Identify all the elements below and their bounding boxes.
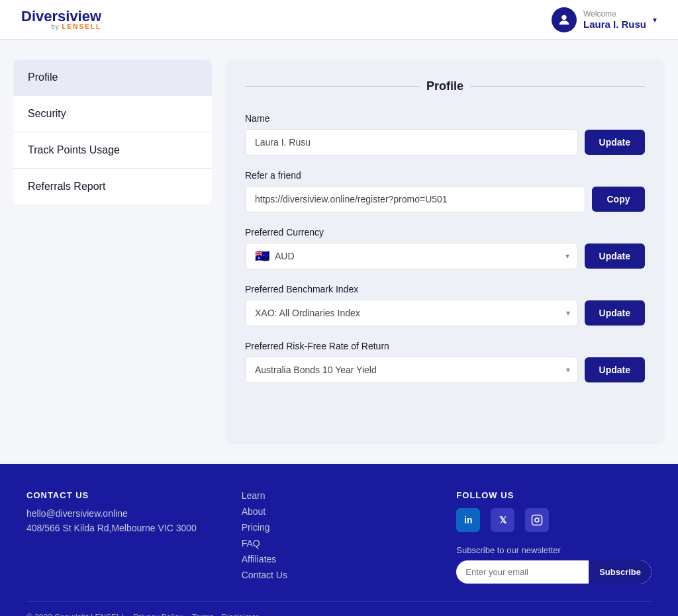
benchmark-select-wrapper: XAO: All Ordinaries Index ASX 200 S&P 50… [245, 300, 578, 326]
currency-select[interactable]: AUD USD EUR GBP [275, 243, 568, 269]
linkedin-icon[interactable]: in [456, 508, 480, 532]
terms-link[interactable]: Terms [192, 613, 214, 616]
user-menu[interactable]: Welcome Laura I. Rusu ▾ [552, 7, 657, 32]
profile-panel: Profile Name Update Refer a friend Copy … [225, 60, 665, 444]
privacy-link[interactable]: Privacy Policy [133, 613, 183, 616]
sidebar-item-referrals[interactable]: Referrals Report [13, 169, 212, 204]
logo: Diversiview by LENSELL [21, 9, 101, 30]
sidebar-item-profile[interactable]: Profile [13, 60, 212, 96]
svg-point-0 [561, 15, 566, 19]
logo-brand: LENSELL [62, 23, 102, 30]
svg-point-3 [540, 517, 541, 518]
instagram-icon[interactable] [525, 508, 549, 532]
footer-follow: FOLLOW US in 𝕏 Subscribe to our newslett… [456, 490, 652, 586]
benchmark-row: XAO: All Ordinaries Index ASX 200 S&P 50… [245, 300, 645, 326]
footer: CONTACT US hello@diversiview.online 408/… [0, 464, 678, 616]
user-info: Welcome Laura I. Rusu [583, 9, 646, 30]
footer-grid: CONTACT US hello@diversiview.online 408/… [26, 490, 652, 586]
contact-email: hello@diversiview.online [26, 508, 222, 519]
newsletter-input[interactable] [456, 560, 589, 584]
main-layout: Profile Security Track Points Usage Refe… [0, 40, 678, 464]
footer-link-about[interactable]: About [242, 506, 437, 517]
footer-link-pricing[interactable]: Pricing [242, 522, 437, 533]
logo-main: Diversiview [21, 9, 101, 24]
refer-row: Copy [245, 186, 645, 212]
footer-contact: CONTACT US hello@diversiview.online 408/… [26, 490, 222, 586]
newsletter-form: Subscribe [456, 560, 652, 584]
copyright-text: © 2023 Copyright LENSELL . [26, 613, 130, 616]
sidebar: Profile Security Track Points Usage Refe… [13, 60, 212, 204]
benchmark-update-button[interactable]: Update [585, 300, 645, 326]
footer-bottom: © 2023 Copyright LENSELL . Privacy Polic… [26, 601, 652, 616]
user-name: Laura I. Rusu [583, 19, 646, 30]
logo-sub: by LENSELL [21, 24, 101, 30]
name-label: Name [245, 113, 645, 124]
svg-point-2 [535, 518, 539, 522]
chevron-down-icon: ▾ [653, 15, 657, 24]
risk-row: Australia Bonds 10 Year Yield US Treasur… [245, 357, 645, 383]
currency-label: Preferred Currency [245, 227, 645, 238]
newsletter-label: Subscribe to our newsletter [456, 545, 652, 555]
benchmark-group: Preferred Benchmark Index XAO: All Ordin… [245, 284, 645, 326]
avatar [552, 7, 577, 32]
name-input[interactable] [245, 129, 578, 155]
footer-link-faq[interactable]: FAQ [242, 538, 437, 549]
footer-link-affiliates[interactable]: Affiliates [242, 554, 437, 564]
name-group: Name Update [245, 113, 645, 155]
risk-select[interactable]: Australia Bonds 10 Year Yield US Treasur… [245, 357, 578, 383]
svg-rect-1 [532, 515, 542, 525]
footer-link-contact[interactable]: Contact Us [242, 570, 437, 580]
twitter-icon[interactable]: 𝕏 [491, 508, 514, 532]
benchmark-select[interactable]: XAO: All Ordinaries Index ASX 200 S&P 50… [245, 300, 578, 326]
name-row: Update [245, 129, 645, 155]
currency-select-wrapper: 🇦🇺 AUD USD EUR GBP ▾ [245, 243, 578, 269]
currency-row: 🇦🇺 AUD USD EUR GBP ▾ Update [245, 243, 645, 269]
australia-flag-icon: 🇦🇺 [255, 249, 269, 263]
contact-address: 408/566 St Kilda Rd,Melbourne VIC 3000 [26, 523, 222, 533]
refer-group: Refer a friend Copy [245, 170, 645, 212]
risk-update-button[interactable]: Update [585, 357, 645, 382]
risk-select-wrapper: Australia Bonds 10 Year Yield US Treasur… [245, 357, 578, 383]
risk-group: Preferred Risk-Free Rate of Return Austr… [245, 341, 645, 383]
sidebar-item-security[interactable]: Security [13, 96, 212, 132]
refer-label: Refer a friend [245, 170, 645, 181]
currency-update-button[interactable]: Update [585, 243, 645, 269]
risk-label: Preferred Risk-Free Rate of Return [245, 341, 645, 351]
refer-input[interactable] [245, 186, 585, 212]
profile-title: Profile [245, 79, 645, 93]
footer-links: Learn About Pricing FAQ Affiliates Conta… [242, 490, 437, 586]
contact-title: CONTACT US [26, 490, 222, 500]
currency-group: Preferred Currency 🇦🇺 AUD USD EUR GBP ▾ … [245, 227, 645, 269]
copy-button[interactable]: Copy [592, 187, 645, 212]
sidebar-item-track-points[interactable]: Track Points Usage [13, 132, 212, 169]
name-update-button[interactable]: Update [585, 130, 645, 155]
header: Diversiview by LENSELL Welcome Laura I. … [0, 0, 678, 40]
newsletter-subscribe-button[interactable]: Subscribe [589, 560, 652, 584]
footer-link-learn[interactable]: Learn [242, 490, 437, 501]
welcome-text: Welcome [583, 9, 646, 19]
disclaimer-text: Disclaimer. [222, 613, 261, 616]
follow-title: FOLLOW US [456, 490, 652, 500]
benchmark-label: Preferred Benchmark Index [245, 284, 645, 294]
social-icons: in 𝕏 [456, 508, 652, 532]
